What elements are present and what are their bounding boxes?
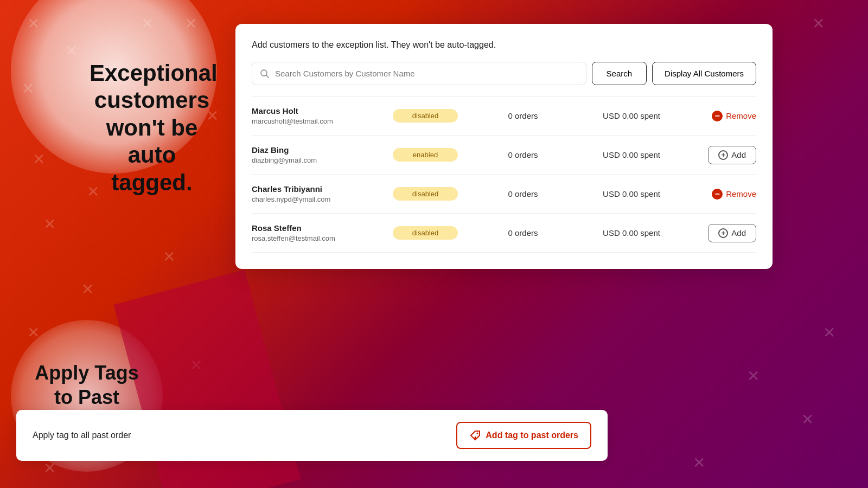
status-col: disabled	[393, 109, 469, 123]
plus-decoration: ✕	[81, 282, 94, 297]
remove-label: Remove	[726, 189, 756, 198]
customer-name: Charles Tribiyanni	[252, 184, 393, 194]
search-input[interactable]	[275, 69, 578, 78]
add-tag-button-label: Add tag to past orders	[486, 431, 578, 440]
add-circle-icon	[718, 150, 728, 160]
customer-name: Diaz Bing	[252, 145, 393, 155]
status-col: disabled	[393, 226, 469, 240]
orders-col: 0 orders	[469, 228, 577, 237]
plus-decoration: ✕	[33, 152, 45, 167]
customer-info: Diaz Bing diazbing@ymail.com	[252, 145, 393, 164]
table-row: Marcus Holt marcusholt@testmail.com disa…	[252, 97, 756, 136]
customer-list: Marcus Holt marcusholt@testmail.com disa…	[252, 96, 756, 253]
status-badge: disabled	[393, 187, 458, 201]
customer-name: Rosa Steffen	[252, 223, 393, 233]
bottom-bar: Apply tag to all past order Add tag to p…	[16, 410, 608, 461]
orders-col: 0 orders	[469, 189, 577, 198]
action-col: Add	[686, 224, 756, 242]
plus-decoration: ✕	[163, 249, 175, 265]
plus-decoration: ✕	[747, 369, 760, 384]
svg-line-1	[266, 75, 269, 77]
tag-icon	[469, 429, 481, 441]
customer-email: charles.nypd@ymail.com	[252, 195, 393, 203]
svg-point-2	[477, 433, 478, 434]
remove-button[interactable]: Remove	[712, 189, 756, 200]
status-col: enabled	[393, 148, 469, 162]
plus-decoration: ✕	[801, 412, 814, 427]
background-headline-1: Exceptional customers won't be auto tagg…	[90, 60, 214, 196]
remove-icon	[712, 111, 723, 121]
add-tag-button[interactable]: Add tag to past orders	[456, 422, 591, 449]
customer-info: Charles Tribiyanni charles.nypd@ymail.co…	[252, 184, 393, 203]
add-circle-icon	[718, 228, 728, 238]
add-button[interactable]: Add	[708, 146, 756, 164]
customer-info: Marcus Holt marcusholt@testmail.com	[252, 106, 393, 125]
action-col: Remove	[686, 111, 756, 121]
spent-col: USD 0.00 spent	[577, 150, 686, 159]
plus-decoration: ✕	[43, 217, 56, 232]
customer-email: diazbing@ymail.com	[252, 156, 393, 164]
spent-col: USD 0.00 spent	[577, 228, 686, 237]
search-input-wrapper	[252, 62, 586, 85]
plus-decoration: ✕	[693, 455, 705, 471]
table-row: Diaz Bing diazbing@ymail.com enabled 0 o…	[252, 136, 756, 175]
orders-col: 0 orders	[469, 111, 577, 120]
card-description: Add customers to the exception list. The…	[252, 40, 756, 50]
customer-email: rosa.steffen@testmail.com	[252, 234, 393, 242]
add-label: Add	[731, 228, 746, 237]
table-row: Rosa Steffen rosa.steffen@testmail.com d…	[252, 214, 756, 253]
spent-col: USD 0.00 spent	[577, 111, 686, 120]
search-button[interactable]: Search	[592, 62, 647, 85]
remove-label: Remove	[726, 111, 756, 120]
orders-col: 0 orders	[469, 150, 577, 159]
plus-decoration: ✕	[812, 16, 825, 31]
main-card: Add customers to the exception list. The…	[235, 24, 773, 269]
customer-email: marcusholt@testmail.com	[252, 117, 393, 125]
spent-col: USD 0.00 spent	[577, 189, 686, 198]
bottom-bar-text: Apply tag to all past order	[33, 431, 131, 440]
add-label: Add	[731, 150, 746, 159]
action-col: Remove	[686, 189, 756, 200]
customer-name: Marcus Holt	[252, 106, 393, 115]
remove-icon	[712, 189, 723, 200]
table-row: Charles Tribiyanni charles.nypd@ymail.co…	[252, 175, 756, 214]
plus-decoration: ✕	[823, 325, 835, 341]
customer-info: Rosa Steffen rosa.steffen@testmail.com	[252, 223, 393, 242]
search-icon	[260, 69, 270, 79]
status-badge: disabled	[393, 226, 458, 240]
display-all-button[interactable]: Display All Customers	[652, 62, 756, 85]
action-col: Add	[686, 146, 756, 164]
status-badge: enabled	[393, 148, 458, 162]
status-col: disabled	[393, 187, 469, 201]
status-badge: disabled	[393, 109, 458, 123]
add-button[interactable]: Add	[708, 224, 756, 242]
search-bar: Search Display All Customers	[252, 62, 756, 85]
remove-button[interactable]: Remove	[712, 111, 756, 121]
